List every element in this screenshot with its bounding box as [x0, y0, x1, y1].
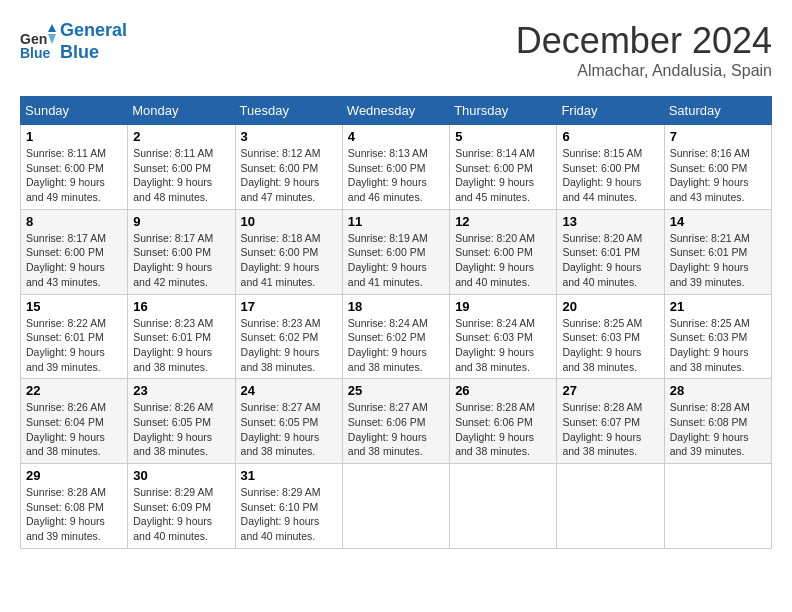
calendar-cell: 7 Sunrise: 8:16 AM Sunset: 6:00 PM Dayli… [664, 125, 771, 210]
logo-text: General Blue [60, 20, 127, 63]
logo-icon: Gen Blue [20, 24, 56, 60]
day-number: 23 [133, 383, 229, 398]
day-number: 4 [348, 129, 444, 144]
day-info: Sunrise: 8:19 AM Sunset: 6:00 PM Dayligh… [348, 231, 444, 290]
calendar-cell: 31 Sunrise: 8:29 AM Sunset: 6:10 PM Dayl… [235, 464, 342, 549]
calendar-cell: 2 Sunrise: 8:11 AM Sunset: 6:00 PM Dayli… [128, 125, 235, 210]
day-number: 27 [562, 383, 658, 398]
day-info: Sunrise: 8:23 AM Sunset: 6:01 PM Dayligh… [133, 316, 229, 375]
calendar-cell: 18 Sunrise: 8:24 AM Sunset: 6:02 PM Dayl… [342, 294, 449, 379]
calendar-cell: 15 Sunrise: 8:22 AM Sunset: 6:01 PM Dayl… [21, 294, 128, 379]
calendar-cell: 3 Sunrise: 8:12 AM Sunset: 6:00 PM Dayli… [235, 125, 342, 210]
day-number: 30 [133, 468, 229, 483]
day-info: Sunrise: 8:27 AM Sunset: 6:05 PM Dayligh… [241, 400, 337, 459]
calendar-cell [450, 464, 557, 549]
day-number: 8 [26, 214, 122, 229]
logo-line1: General [60, 20, 127, 40]
svg-text:Blue: Blue [20, 45, 51, 60]
day-info: Sunrise: 8:26 AM Sunset: 6:04 PM Dayligh… [26, 400, 122, 459]
day-number: 2 [133, 129, 229, 144]
day-number: 15 [26, 299, 122, 314]
calendar-week-row: 22 Sunrise: 8:26 AM Sunset: 6:04 PM Dayl… [21, 379, 772, 464]
day-info: Sunrise: 8:17 AM Sunset: 6:00 PM Dayligh… [133, 231, 229, 290]
calendar-cell [342, 464, 449, 549]
day-number: 11 [348, 214, 444, 229]
calendar-cell: 1 Sunrise: 8:11 AM Sunset: 6:00 PM Dayli… [21, 125, 128, 210]
day-number: 26 [455, 383, 551, 398]
day-info: Sunrise: 8:20 AM Sunset: 6:01 PM Dayligh… [562, 231, 658, 290]
calendar-cell [557, 464, 664, 549]
day-info: Sunrise: 8:24 AM Sunset: 6:03 PM Dayligh… [455, 316, 551, 375]
calendar-week-row: 8 Sunrise: 8:17 AM Sunset: 6:00 PM Dayli… [21, 209, 772, 294]
day-info: Sunrise: 8:15 AM Sunset: 6:00 PM Dayligh… [562, 146, 658, 205]
calendar-cell: 8 Sunrise: 8:17 AM Sunset: 6:00 PM Dayli… [21, 209, 128, 294]
day-number: 1 [26, 129, 122, 144]
calendar-cell: 11 Sunrise: 8:19 AM Sunset: 6:00 PM Dayl… [342, 209, 449, 294]
day-info: Sunrise: 8:26 AM Sunset: 6:05 PM Dayligh… [133, 400, 229, 459]
calendar-cell [664, 464, 771, 549]
calendar-cell: 10 Sunrise: 8:18 AM Sunset: 6:00 PM Dayl… [235, 209, 342, 294]
day-info: Sunrise: 8:17 AM Sunset: 6:00 PM Dayligh… [26, 231, 122, 290]
calendar-cell: 19 Sunrise: 8:24 AM Sunset: 6:03 PM Dayl… [450, 294, 557, 379]
month-year: December 2024 [516, 20, 772, 62]
day-number: 17 [241, 299, 337, 314]
day-number: 12 [455, 214, 551, 229]
day-info: Sunrise: 8:11 AM Sunset: 6:00 PM Dayligh… [26, 146, 122, 205]
title-block: December 2024 Almachar, Andalusia, Spain [516, 20, 772, 80]
calendar-cell: 5 Sunrise: 8:14 AM Sunset: 6:00 PM Dayli… [450, 125, 557, 210]
calendar-cell: 12 Sunrise: 8:20 AM Sunset: 6:00 PM Dayl… [450, 209, 557, 294]
day-info: Sunrise: 8:28 AM Sunset: 6:08 PM Dayligh… [26, 485, 122, 544]
day-info: Sunrise: 8:16 AM Sunset: 6:00 PM Dayligh… [670, 146, 766, 205]
weekday-header: Thursday [450, 97, 557, 125]
calendar-cell: 24 Sunrise: 8:27 AM Sunset: 6:05 PM Dayl… [235, 379, 342, 464]
location: Almachar, Andalusia, Spain [516, 62, 772, 80]
day-info: Sunrise: 8:25 AM Sunset: 6:03 PM Dayligh… [670, 316, 766, 375]
weekday-header: Saturday [664, 97, 771, 125]
day-number: 6 [562, 129, 658, 144]
calendar-cell: 22 Sunrise: 8:26 AM Sunset: 6:04 PM Dayl… [21, 379, 128, 464]
weekday-header: Wednesday [342, 97, 449, 125]
day-number: 16 [133, 299, 229, 314]
day-number: 22 [26, 383, 122, 398]
day-info: Sunrise: 8:23 AM Sunset: 6:02 PM Dayligh… [241, 316, 337, 375]
calendar-cell: 4 Sunrise: 8:13 AM Sunset: 6:00 PM Dayli… [342, 125, 449, 210]
day-info: Sunrise: 8:14 AM Sunset: 6:00 PM Dayligh… [455, 146, 551, 205]
day-info: Sunrise: 8:11 AM Sunset: 6:00 PM Dayligh… [133, 146, 229, 205]
calendar-cell: 9 Sunrise: 8:17 AM Sunset: 6:00 PM Dayli… [128, 209, 235, 294]
day-info: Sunrise: 8:29 AM Sunset: 6:09 PM Dayligh… [133, 485, 229, 544]
calendar-cell: 21 Sunrise: 8:25 AM Sunset: 6:03 PM Dayl… [664, 294, 771, 379]
day-info: Sunrise: 8:29 AM Sunset: 6:10 PM Dayligh… [241, 485, 337, 544]
day-number: 19 [455, 299, 551, 314]
calendar-cell: 28 Sunrise: 8:28 AM Sunset: 6:08 PM Dayl… [664, 379, 771, 464]
day-number: 18 [348, 299, 444, 314]
day-info: Sunrise: 8:28 AM Sunset: 6:07 PM Dayligh… [562, 400, 658, 459]
logo-line2: Blue [60, 42, 99, 62]
logo: Gen Blue General Blue [20, 20, 127, 63]
day-number: 7 [670, 129, 766, 144]
day-number: 25 [348, 383, 444, 398]
day-number: 31 [241, 468, 337, 483]
calendar-table: SundayMondayTuesdayWednesdayThursdayFrid… [20, 96, 772, 549]
day-number: 14 [670, 214, 766, 229]
calendar-week-row: 1 Sunrise: 8:11 AM Sunset: 6:00 PM Dayli… [21, 125, 772, 210]
day-number: 21 [670, 299, 766, 314]
day-info: Sunrise: 8:12 AM Sunset: 6:00 PM Dayligh… [241, 146, 337, 205]
weekday-header: Tuesday [235, 97, 342, 125]
calendar-cell: 6 Sunrise: 8:15 AM Sunset: 6:00 PM Dayli… [557, 125, 664, 210]
page-header: Gen Blue General Blue December 2024 Alma… [20, 20, 772, 80]
calendar-cell: 16 Sunrise: 8:23 AM Sunset: 6:01 PM Dayl… [128, 294, 235, 379]
day-number: 5 [455, 129, 551, 144]
calendar-cell: 25 Sunrise: 8:27 AM Sunset: 6:06 PM Dayl… [342, 379, 449, 464]
day-info: Sunrise: 8:28 AM Sunset: 6:08 PM Dayligh… [670, 400, 766, 459]
day-info: Sunrise: 8:28 AM Sunset: 6:06 PM Dayligh… [455, 400, 551, 459]
day-info: Sunrise: 8:18 AM Sunset: 6:00 PM Dayligh… [241, 231, 337, 290]
svg-marker-3 [48, 34, 56, 44]
day-info: Sunrise: 8:20 AM Sunset: 6:00 PM Dayligh… [455, 231, 551, 290]
svg-marker-2 [48, 24, 56, 32]
day-number: 13 [562, 214, 658, 229]
calendar-cell: 20 Sunrise: 8:25 AM Sunset: 6:03 PM Dayl… [557, 294, 664, 379]
calendar-cell: 23 Sunrise: 8:26 AM Sunset: 6:05 PM Dayl… [128, 379, 235, 464]
day-info: Sunrise: 8:13 AM Sunset: 6:00 PM Dayligh… [348, 146, 444, 205]
day-number: 9 [133, 214, 229, 229]
day-info: Sunrise: 8:24 AM Sunset: 6:02 PM Dayligh… [348, 316, 444, 375]
